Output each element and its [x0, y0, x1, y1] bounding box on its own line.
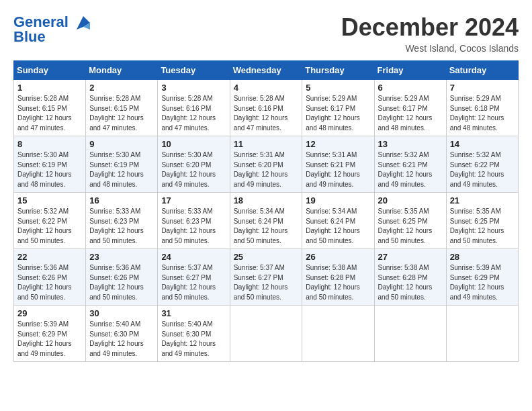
- day-number: 29: [17, 308, 82, 318]
- table-row: 25 Sunrise: 5:37 AMSunset: 6:27 PMDaylig…: [230, 249, 302, 306]
- day-number: 30: [89, 308, 154, 318]
- day-info: Sunrise: 5:36 AMSunset: 6:26 PMDaylight:…: [17, 263, 82, 302]
- day-info: Sunrise: 5:30 AMSunset: 6:19 PMDaylight:…: [89, 150, 154, 189]
- table-row: 2 Sunrise: 5:28 AMSunset: 6:15 PMDayligh…: [86, 80, 158, 136]
- table-row: 26 Sunrise: 5:38 AMSunset: 6:28 PMDaylig…: [302, 249, 374, 306]
- table-row: [302, 306, 374, 362]
- day-info: Sunrise: 5:31 AMSunset: 6:21 PMDaylight:…: [306, 150, 370, 189]
- day-info: Sunrise: 5:40 AMSunset: 6:30 PMDaylight:…: [89, 320, 154, 359]
- day-info: Sunrise: 5:28 AMSunset: 6:16 PMDaylight:…: [161, 94, 226, 133]
- table-row: 18 Sunrise: 5:34 AMSunset: 6:24 PMDaylig…: [230, 193, 302, 249]
- table-row: 12 Sunrise: 5:31 AMSunset: 6:21 PMDaylig…: [302, 136, 374, 193]
- table-row: 19 Sunrise: 5:34 AMSunset: 6:24 PMDaylig…: [302, 193, 374, 249]
- day-number: 18: [234, 195, 299, 205]
- day-number: 10: [161, 139, 226, 149]
- table-row: 5 Sunrise: 5:29 AMSunset: 6:17 PMDayligh…: [302, 80, 374, 136]
- col-sunday: Sunday: [14, 61, 86, 80]
- day-number: 15: [17, 195, 82, 205]
- day-number: 17: [161, 195, 226, 205]
- day-info: Sunrise: 5:29 AMSunset: 6:17 PMDaylight:…: [306, 94, 370, 133]
- table-row: 4 Sunrise: 5:28 AMSunset: 6:16 PMDayligh…: [230, 80, 302, 136]
- day-number: 12: [306, 139, 370, 149]
- col-thursday: Thursday: [302, 61, 374, 80]
- day-number: 3: [161, 83, 226, 93]
- table-row: 7 Sunrise: 5:29 AMSunset: 6:18 PMDayligh…: [446, 80, 518, 136]
- day-info: Sunrise: 5:30 AMSunset: 6:19 PMDaylight:…: [17, 150, 82, 189]
- day-info: Sunrise: 5:36 AMSunset: 6:26 PMDaylight:…: [89, 263, 154, 302]
- day-number: 20: [378, 195, 443, 205]
- table-row: 23 Sunrise: 5:36 AMSunset: 6:26 PMDaylig…: [86, 249, 158, 306]
- calendar-week-row: 1 Sunrise: 5:28 AMSunset: 6:15 PMDayligh…: [14, 80, 519, 136]
- day-number: 31: [161, 308, 226, 318]
- day-number: 4: [234, 83, 299, 93]
- day-number: 7: [450, 83, 515, 93]
- day-number: 16: [89, 195, 154, 205]
- logo-icon: [74, 13, 93, 32]
- table-row: 30 Sunrise: 5:40 AMSunset: 6:30 PMDaylig…: [86, 306, 158, 362]
- day-info: Sunrise: 5:28 AMSunset: 6:15 PMDaylight:…: [89, 94, 154, 133]
- day-number: 8: [17, 139, 82, 149]
- day-number: 22: [17, 252, 82, 262]
- day-info: Sunrise: 5:38 AMSunset: 6:28 PMDaylight:…: [378, 263, 443, 302]
- day-info: Sunrise: 5:29 AMSunset: 6:17 PMDaylight:…: [378, 94, 443, 133]
- day-number: 24: [161, 252, 226, 262]
- day-number: 21: [450, 195, 515, 205]
- day-info: Sunrise: 5:38 AMSunset: 6:28 PMDaylight:…: [306, 263, 370, 302]
- day-info: Sunrise: 5:29 AMSunset: 6:18 PMDaylight:…: [450, 94, 515, 133]
- table-row: 29 Sunrise: 5:39 AMSunset: 6:29 PMDaylig…: [14, 306, 86, 362]
- day-info: Sunrise: 5:32 AMSunset: 6:22 PMDaylight:…: [17, 207, 82, 246]
- day-info: Sunrise: 5:28 AMSunset: 6:16 PMDaylight:…: [234, 94, 299, 133]
- day-info: Sunrise: 5:35 AMSunset: 6:25 PMDaylight:…: [450, 207, 515, 246]
- table-row: 20 Sunrise: 5:35 AMSunset: 6:25 PMDaylig…: [374, 193, 446, 249]
- table-row: [230, 306, 302, 362]
- location: West Island, Cocos Islands: [341, 43, 519, 54]
- day-info: Sunrise: 5:30 AMSunset: 6:20 PMDaylight:…: [161, 150, 226, 189]
- table-row: 15 Sunrise: 5:32 AMSunset: 6:22 PMDaylig…: [14, 193, 86, 249]
- day-info: Sunrise: 5:35 AMSunset: 6:25 PMDaylight:…: [378, 207, 443, 246]
- day-number: 1: [17, 83, 82, 93]
- day-number: 28: [450, 252, 515, 262]
- day-number: 13: [378, 139, 443, 149]
- col-tuesday: Tuesday: [158, 61, 230, 80]
- table-row: 1 Sunrise: 5:28 AMSunset: 6:15 PMDayligh…: [14, 80, 86, 136]
- table-row: 17 Sunrise: 5:33 AMSunset: 6:23 PMDaylig…: [158, 193, 230, 249]
- table-row: [446, 306, 518, 362]
- table-row: 16 Sunrise: 5:33 AMSunset: 6:23 PMDaylig…: [86, 193, 158, 249]
- day-info: Sunrise: 5:32 AMSunset: 6:22 PMDaylight:…: [450, 150, 515, 189]
- col-saturday: Saturday: [446, 61, 518, 80]
- day-info: Sunrise: 5:31 AMSunset: 6:20 PMDaylight:…: [234, 150, 299, 189]
- day-info: Sunrise: 5:39 AMSunset: 6:29 PMDaylight:…: [450, 263, 515, 302]
- col-wednesday: Wednesday: [230, 61, 302, 80]
- table-row: 31 Sunrise: 5:40 AMSunset: 6:30 PMDaylig…: [158, 306, 230, 362]
- day-info: Sunrise: 5:39 AMSunset: 6:29 PMDaylight:…: [17, 320, 82, 359]
- day-info: Sunrise: 5:37 AMSunset: 6:27 PMDaylight:…: [161, 263, 226, 302]
- day-info: Sunrise: 5:34 AMSunset: 6:24 PMDaylight:…: [306, 207, 370, 246]
- table-row: 6 Sunrise: 5:29 AMSunset: 6:17 PMDayligh…: [374, 80, 446, 136]
- day-number: 6: [378, 83, 443, 93]
- day-number: 25: [234, 252, 299, 262]
- day-number: 27: [378, 252, 443, 262]
- day-info: Sunrise: 5:34 AMSunset: 6:24 PMDaylight:…: [234, 207, 299, 246]
- day-info: Sunrise: 5:28 AMSunset: 6:15 PMDaylight:…: [17, 94, 82, 133]
- col-friday: Friday: [374, 61, 446, 80]
- table-row: 24 Sunrise: 5:37 AMSunset: 6:27 PMDaylig…: [158, 249, 230, 306]
- table-row: 11 Sunrise: 5:31 AMSunset: 6:20 PMDaylig…: [230, 136, 302, 193]
- day-info: Sunrise: 5:33 AMSunset: 6:23 PMDaylight:…: [161, 207, 226, 246]
- calendar-week-row: 8 Sunrise: 5:30 AMSunset: 6:19 PMDayligh…: [14, 136, 519, 193]
- table-row: 3 Sunrise: 5:28 AMSunset: 6:16 PMDayligh…: [158, 80, 230, 136]
- day-info: Sunrise: 5:40 AMSunset: 6:30 PMDaylight:…: [161, 320, 226, 359]
- page-header: General Blue December 2024 West Island, …: [13, 13, 519, 54]
- day-number: 2: [89, 83, 154, 93]
- table-row: 9 Sunrise: 5:30 AMSunset: 6:19 PMDayligh…: [86, 136, 158, 193]
- table-row: 22 Sunrise: 5:36 AMSunset: 6:26 PMDaylig…: [14, 249, 86, 306]
- day-number: 23: [89, 252, 154, 262]
- col-monday: Monday: [86, 61, 158, 80]
- table-row: 13 Sunrise: 5:32 AMSunset: 6:21 PMDaylig…: [374, 136, 446, 193]
- month-title: December 2024: [341, 13, 519, 42]
- calendar-week-row: 15 Sunrise: 5:32 AMSunset: 6:22 PMDaylig…: [14, 193, 519, 249]
- day-number: 26: [306, 252, 370, 262]
- day-number: 9: [89, 139, 154, 149]
- table-row: 27 Sunrise: 5:38 AMSunset: 6:28 PMDaylig…: [374, 249, 446, 306]
- calendar-header-row: Sunday Monday Tuesday Wednesday Thursday…: [14, 61, 519, 80]
- title-block: December 2024 West Island, Cocos Islands: [341, 13, 519, 54]
